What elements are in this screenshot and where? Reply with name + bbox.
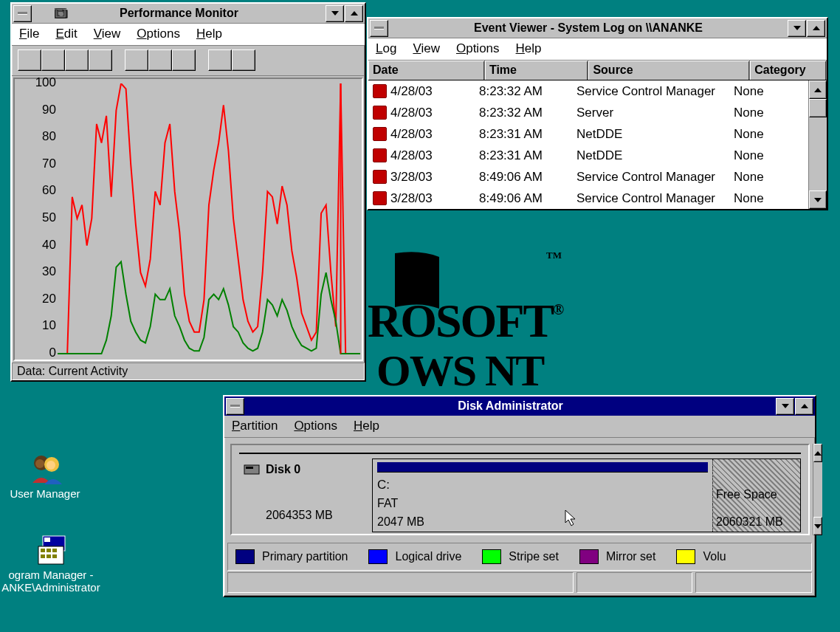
menu-view[interactable]: View <box>413 41 440 56</box>
toolbar <box>12 46 365 76</box>
users-icon <box>30 453 61 484</box>
column-header[interactable]: Date <box>368 61 485 80</box>
status-bar: Data: Current Activity <box>12 363 365 380</box>
event-viewer-window: Event Viewer - System Log on \\ANANKE Lo… <box>367 17 828 210</box>
menu-view[interactable]: View <box>94 27 121 41</box>
svg-rect-10 <box>41 554 45 558</box>
disk-size: 2064353 MB <box>244 509 369 522</box>
disk-icon <box>244 464 260 475</box>
chart-series <box>58 83 360 354</box>
svg-rect-12 <box>52 554 57 558</box>
disk-label: Disk 0 <box>266 463 300 476</box>
desktop-icon-program-manager[interactable]: ogram Manager - ANKE\Administrator <box>0 535 121 594</box>
menubar: File Edit View Options Help <box>12 24 365 46</box>
vertical-scrollbar[interactable] <box>813 444 822 535</box>
svg-rect-11 <box>47 554 51 558</box>
log-view-button[interactable] <box>65 49 89 71</box>
legend-swatch <box>579 549 599 564</box>
scroll-track[interactable] <box>809 117 827 190</box>
status-cell <box>695 572 812 593</box>
event-row[interactable]: 4/28/038:23:31 AMNetDDENone <box>368 123 808 145</box>
titlebar[interactable]: Event Viewer - System Log on \\ANANKE <box>368 18 827 38</box>
vertical-scrollbar[interactable] <box>808 80 827 209</box>
window-title: Event Viewer - System Log on \\ANANKE <box>390 21 787 35</box>
partition-region[interactable]: C:FAT2047 MB <box>373 459 712 532</box>
snapshot-button[interactable] <box>208 49 232 71</box>
performance-monitor-window: Performance Monitor File Edit View Optio… <box>10 2 366 382</box>
column-header[interactable]: Time <box>485 61 589 80</box>
y-tick-label: 30 <box>42 264 56 279</box>
legend-swatch <box>235 549 255 564</box>
scroll-up-button[interactable] <box>809 80 827 99</box>
column-header[interactable]: Category <box>750 61 827 80</box>
scroll-track[interactable] <box>813 462 822 517</box>
delete-counter-button[interactable] <box>172 49 196 71</box>
titlebar[interactable]: Disk Administrator <box>224 396 815 416</box>
menu-file[interactable]: File <box>19 27 39 41</box>
legend: Primary partitionLogical driveStripe set… <box>227 543 812 571</box>
event-row[interactable]: 3/28/038:49:06 AMService Control Manager… <box>368 188 808 209</box>
y-tick-label: 100 <box>35 75 56 90</box>
scroll-down-button[interactable] <box>809 190 827 209</box>
scroll-down-button[interactable] <box>813 517 822 535</box>
options-button[interactable] <box>232 49 255 71</box>
menu-help[interactable]: Help <box>516 41 542 56</box>
status-cell <box>576 572 693 593</box>
status-bar <box>227 572 812 593</box>
legend-label: Mirror set <box>606 550 656 563</box>
minimize-button[interactable] <box>326 5 344 22</box>
event-row[interactable]: 4/28/038:23:32 AMServerNone <box>368 102 808 123</box>
menu-edit[interactable]: Edit <box>55 27 77 41</box>
column-headers: DateTimeSourceCategory <box>368 61 827 80</box>
scroll-thumb[interactable] <box>809 99 827 117</box>
chart-area: 1009080706050403020100 <box>13 78 363 361</box>
maximize-button[interactable] <box>807 20 825 37</box>
maximize-button[interactable] <box>345 5 363 22</box>
minimize-button[interactable] <box>776 398 794 415</box>
alert-view-button[interactable] <box>41 49 65 71</box>
menu-options[interactable]: Options <box>137 27 180 41</box>
svg-rect-33 <box>58 12 63 15</box>
desktop-icon-user-manager[interactable]: User Manager <box>0 453 100 500</box>
legend-label: Volu <box>703 550 726 563</box>
svg-point-2 <box>35 459 44 468</box>
menubar: Log View Options Help <box>368 38 827 61</box>
scroll-up-button[interactable] <box>813 444 822 462</box>
legend-label: Logical drive <box>395 550 461 563</box>
y-tick-label: 20 <box>42 292 56 306</box>
partition-strip[interactable]: C:FAT2047 MBFree Space2060321 MB <box>372 458 801 532</box>
system-menu-button[interactable] <box>226 398 244 415</box>
program-manager-icon <box>35 535 66 566</box>
event-row[interactable]: 4/28/038:23:32 AMService Control Manager… <box>368 80 808 102</box>
report-view-button[interactable] <box>89 49 112 71</box>
disk-administrator-window: Disk Administrator Partition Options Hel… <box>223 395 816 597</box>
event-list[interactable]: 4/28/038:23:32 AMService Control Manager… <box>368 80 808 209</box>
event-row[interactable]: 4/28/038:23:31 AMNetDDENone <box>368 145 808 166</box>
maximize-button[interactable] <box>795 398 813 415</box>
menu-options[interactable]: Options <box>294 419 337 433</box>
y-tick-label: 40 <box>42 238 56 253</box>
edit-counter-button[interactable] <box>148 49 172 71</box>
free-space-region[interactable]: Free Space2060321 MB <box>712 459 800 532</box>
menu-help[interactable]: Help <box>196 27 222 41</box>
chart-view-button[interactable] <box>18 49 41 71</box>
y-tick-label: 70 <box>42 157 56 171</box>
svg-rect-35 <box>244 465 259 474</box>
system-menu-button[interactable] <box>370 20 388 37</box>
y-tick-label: 60 <box>42 183 56 198</box>
stop-error-icon <box>373 127 387 141</box>
column-header[interactable]: Source <box>588 61 750 80</box>
add-counter-button[interactable] <box>125 49 148 71</box>
stop-error-icon <box>373 84 387 98</box>
y-tick-label: 50 <box>42 210 56 225</box>
system-menu-button[interactable] <box>13 5 32 22</box>
menu-help[interactable]: Help <box>354 419 379 433</box>
window-title: Performance Monitor <box>33 7 325 20</box>
menu-options[interactable]: Options <box>456 41 500 56</box>
minimize-button[interactable] <box>788 20 806 37</box>
menu-log[interactable]: Log <box>376 41 396 56</box>
svg-rect-8 <box>47 549 51 552</box>
event-row[interactable]: 3/28/038:49:06 AMService Control Manager… <box>368 166 808 188</box>
desktop-icon-label: User Manager <box>0 487 100 500</box>
menu-partition[interactable]: Partition <box>232 419 278 433</box>
